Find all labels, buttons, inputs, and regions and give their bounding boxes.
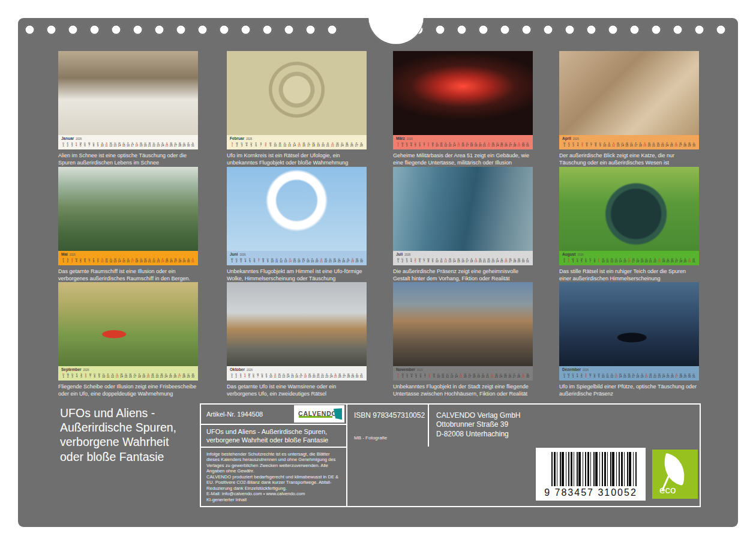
month-year: 2026 xyxy=(83,369,89,372)
leaf-icon xyxy=(659,453,689,486)
month-photo xyxy=(559,51,699,135)
month-photo xyxy=(227,282,367,366)
month-caption: Fliegende Scheibe oder Illusion zeigt ei… xyxy=(58,384,198,397)
month-days: S1M2D3M4D5F6S7S8M9D10M11D12F13S14S15M16D… xyxy=(230,142,364,148)
month-thumbnail: März 2026 S1M2D3M4D5F6S7S8M9D10M11D12F13… xyxy=(393,51,533,166)
binding-hole xyxy=(176,25,186,35)
binding-hole xyxy=(543,25,553,35)
binding-hole xyxy=(586,25,596,35)
month-thumbnail: Juni 2026 M1D2M3D4F5S6S7M8D9M10D11F12S13… xyxy=(227,167,367,282)
month-caption: Unbekanntes Flugobjekt in der Stadt zeig… xyxy=(393,384,533,397)
barcode-digits: 9 783457 310052 xyxy=(536,487,646,498)
month-calendar-bar: Januar 2026 D1F2S3S4M5D6M7D8F9S10S11M12D… xyxy=(58,135,198,149)
info-box-title: UFOs und Aliens - Außerirdische Spuren, … xyxy=(201,425,346,448)
month-year: 2026 xyxy=(577,253,583,256)
month-caption: Alien im Schnee ist eine optische Täusch… xyxy=(58,152,198,166)
binding-hole xyxy=(305,25,316,35)
legal-text: Infolge bestehender Schutzrechte ist es … xyxy=(201,448,346,506)
month-name: September xyxy=(61,367,82,372)
month-days: S1M2D3M4D5F6S7S8M9D10M11D12F13S14S15M16D… xyxy=(396,373,530,379)
month-photo xyxy=(58,167,198,251)
photographer-credit: MB - Fotografie xyxy=(354,435,387,441)
month-days: M1D2F3S4S5M6D7M8D9F10S11S12M13D14M15D16F… xyxy=(562,142,696,148)
month-calendar-bar: August 2026 S1S2M3D4M5D6F7S8S9M10D11M12D… xyxy=(559,251,699,265)
month-photo xyxy=(58,51,198,135)
binding-hole xyxy=(219,25,229,35)
info-box: Artikel-Nr. 1944508 CALVENDO UFOs und Al… xyxy=(200,403,701,507)
hanger-notch xyxy=(368,17,424,45)
barcode-bars xyxy=(551,452,637,486)
binding-hole xyxy=(327,25,337,35)
month-name: Januar xyxy=(61,136,74,140)
isbn: ISBN 9783457310052 xyxy=(354,411,428,420)
month-year: 2026 xyxy=(583,369,589,372)
binding-hole xyxy=(25,25,35,35)
binding-hole xyxy=(46,25,56,35)
month-caption: Die außerirdische Präsenz zeigt eine geh… xyxy=(393,268,533,282)
month-name: August xyxy=(562,252,575,256)
info-box-right: ISBN 9783457310052 MB - Fotografie CALVE… xyxy=(347,405,700,506)
binding-hole xyxy=(241,25,251,35)
month-year: 2026 xyxy=(246,137,252,140)
month-calendar-bar: Juli 2026 M1D2F3S4S5M6D7M8D9F10S11S12M13… xyxy=(393,251,533,265)
binding-hole xyxy=(284,25,294,35)
month-thumbnail: April 2026 M1D2F3S4S5M6D7M8D9F10S11S12M1… xyxy=(559,51,699,166)
binding-hole xyxy=(716,25,726,35)
article-row: Artikel-Nr. 1944508 CALVENDO xyxy=(201,405,346,425)
month-thumbnail: Mai 2026 F1S2S3M4D5M6D7F8S9S10M11D12M13D… xyxy=(58,167,198,282)
month-year: 2026 xyxy=(239,253,245,256)
month-days: M1D2M3D4F5S6S7M8D9M10D11F12S13S14M15D16M… xyxy=(230,258,364,263)
month-calendar-bar: März 2026 S1M2D3M4D5F6S7S8M9D10M11D12F13… xyxy=(393,135,533,149)
month-days: F1S2S3M4D5M6D7F8S9S10M11D12M13D14F15S16S… xyxy=(61,258,195,263)
month-thumbnail: Juli 2026 M1D2F3S4S5M6D7M8D9F10S11S12M13… xyxy=(393,167,533,282)
eco-label: eco xyxy=(659,484,676,496)
binding-hole xyxy=(197,25,208,35)
month-caption: Das getarnte Ufo ist eine Warnsirene ode… xyxy=(227,384,367,397)
month-name: Februar xyxy=(230,136,244,140)
month-thumbnail: September 2026 D1M2D3F4S5S6M7D8M9D10F11S… xyxy=(58,282,198,397)
month-days: S1S2M3D4M5D6F7S8S9M10D11M12D13F14S15S16M… xyxy=(562,258,696,263)
binding-hole xyxy=(435,25,445,35)
binding-hole xyxy=(89,25,100,35)
month-calendar-bar: Mai 2026 F1S2S3M4D5M6D7F8S9S10M11D12M13D… xyxy=(58,251,198,265)
month-caption: Das getarnte Raumschiff ist eine Illusio… xyxy=(58,268,198,282)
month-name: April xyxy=(562,136,571,140)
calvendo-logo-mark-icon xyxy=(334,408,342,420)
month-year: 2026 xyxy=(70,253,76,256)
article-number: Artikel-Nr. 1944508 xyxy=(206,411,263,418)
month-photo xyxy=(559,282,699,366)
month-year: 2026 xyxy=(76,137,82,140)
month-year: 2026 xyxy=(573,137,579,140)
month-photo xyxy=(227,167,367,251)
month-thumbnail: November 2026 S1M2D3M4D5F6S7S8M9D10M11D1… xyxy=(393,282,533,397)
month-caption: Ufo im Kornkreis ist ein Rätsel der Ufol… xyxy=(227,152,367,166)
month-name: Dezember xyxy=(562,367,581,372)
month-photo xyxy=(58,282,198,366)
binding-hole xyxy=(521,25,532,35)
month-calendar-bar: November 2026 S1M2D3M4D5F6S7S8M9D10M11D1… xyxy=(393,366,533,381)
month-days: S1M2D3M4D5F6S7S8M9D10M11D12F13S14S15M16D… xyxy=(396,142,530,148)
month-thumbnail: Dezember 2026 D1M2D3F4S5S6M7D8M9D10F11S1… xyxy=(559,282,699,397)
binding-hole xyxy=(133,25,143,35)
binding-hole xyxy=(500,25,510,35)
binding-hole xyxy=(478,25,488,35)
month-thumbnail: Februar 2026 S1M2D3M4D5F6S7S8M9D10M11D12… xyxy=(227,51,367,166)
month-year: 2026 xyxy=(407,137,413,140)
binding-hole xyxy=(154,25,164,35)
month-days: D1F2S3S4M5D6M7D8F9S10S11M12D13M14D15F16S… xyxy=(230,373,364,379)
isbn-cell: ISBN 9783457310052 MB - Fotografie xyxy=(347,405,429,447)
ean-barcode: 9 783457 310052 xyxy=(536,448,646,501)
month-name: November xyxy=(396,367,415,372)
binding-hole xyxy=(651,25,661,35)
month-caption: Das stille Rätsel ist ein ruhiger Teich … xyxy=(559,268,699,282)
month-calendar-bar: Juni 2026 M1D2M3D4F5S6S7M8D9M10D11F12S13… xyxy=(227,251,367,265)
binding-hole xyxy=(111,25,121,35)
month-calendar-bar: Februar 2026 S1M2D3M4D5F6S7S8M9D10M11D12… xyxy=(227,135,367,149)
binding-hole xyxy=(565,25,575,35)
month-year: 2026 xyxy=(247,369,253,372)
month-year: 2026 xyxy=(404,253,410,256)
binding-hole xyxy=(629,25,640,35)
eco-logo: eco xyxy=(652,450,698,499)
binding-hole xyxy=(68,25,78,35)
month-name: Oktober xyxy=(230,367,245,372)
